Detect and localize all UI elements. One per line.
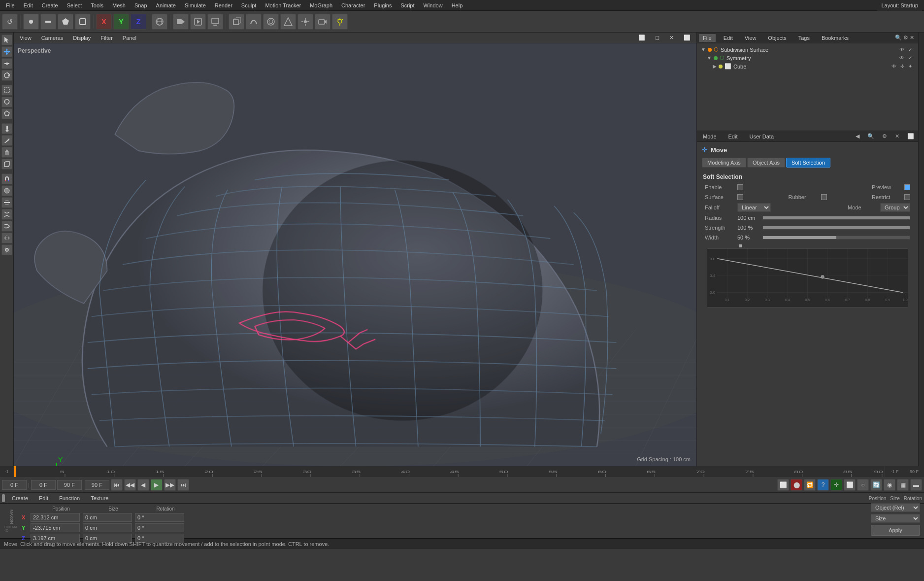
- menu-edit[interactable]: Edit: [20, 1, 37, 9]
- tool-grab[interactable]: [1, 244, 12, 255]
- symmetry-expand-icon[interactable]: ▼: [707, 55, 712, 61]
- bt-function[interactable]: Function: [55, 494, 84, 502]
- attr-tab-user-data[interactable]: User Data: [746, 133, 778, 140]
- y-rot-input[interactable]: [135, 523, 184, 532]
- tab-soft-selection[interactable]: Soft Selection: [786, 158, 830, 168]
- symmetry-vis-icon[interactable]: 👁: [899, 55, 904, 61]
- rotate-gizmo-button[interactable]: ○: [857, 479, 869, 491]
- scene-item-subdivision[interactable]: ▼ ⬡ Subdivision Surface 👁 ✓: [699, 45, 916, 54]
- x-rot-input[interactable]: [135, 513, 184, 522]
- tab-modeling-axis[interactable]: Modeling Axis: [702, 158, 746, 168]
- tool-lasso[interactable]: [1, 97, 12, 107]
- coord-mode-select[interactable]: Object (Rel) World (Abs): [871, 503, 920, 512]
- mode-object-button[interactable]: [75, 14, 91, 30]
- vp-tab-display[interactable]: Display: [69, 34, 95, 42]
- play-forward-button[interactable]: ▶▶: [164, 479, 176, 491]
- subdivision-vis-icon[interactable]: 👁: [899, 47, 904, 52]
- scene-tab-objects[interactable]: Objects: [764, 34, 790, 42]
- bottom-toolbar-handle[interactable]: [2, 494, 5, 502]
- tool-flatten[interactable]: [1, 197, 12, 208]
- attr-tab-mode[interactable]: Mode: [699, 133, 721, 140]
- mode-polygons-button[interactable]: [58, 14, 73, 30]
- vp-tab-filter[interactable]: Filter: [97, 34, 116, 42]
- record-button[interactable]: [173, 14, 189, 30]
- menu-window[interactable]: Window: [420, 1, 447, 9]
- vp-tab-cameras[interactable]: Cameras: [37, 34, 67, 42]
- render-button[interactable]: [190, 14, 206, 30]
- tool-pinch[interactable]: [1, 209, 12, 220]
- bt-texture[interactable]: Texture: [87, 494, 112, 502]
- tool-rotate[interactable]: [1, 70, 12, 81]
- attr-search-icon[interactable]: 🔍: [865, 133, 876, 139]
- menu-sculpt[interactable]: Sculpt: [237, 1, 261, 9]
- menu-simulate[interactable]: Simulate: [181, 1, 210, 9]
- obj-cube-button[interactable]: [229, 14, 244, 30]
- strength-slider[interactable]: [762, 226, 910, 230]
- layout-selector[interactable]: Layout: Startup: [877, 0, 922, 11]
- mode-edges-button[interactable]: [40, 14, 56, 30]
- obj-spline-button[interactable]: [246, 14, 262, 30]
- render-view-button[interactable]: [207, 14, 223, 30]
- menu-help[interactable]: Help: [448, 1, 467, 9]
- frame-end-input[interactable]: [57, 480, 82, 490]
- attr-nav-left[interactable]: ◀: [854, 133, 861, 139]
- scene-tab-tags[interactable]: Tags: [794, 34, 814, 42]
- y-axis-button[interactable]: Y: [113, 14, 129, 30]
- 3d-viewport[interactable]: X Y Z Perspective Grid Spacing : 100 cm: [14, 43, 696, 466]
- subdivision-expand-icon[interactable]: ▼: [701, 47, 706, 52]
- menu-plugins[interactable]: Plugins: [370, 1, 396, 9]
- play-back-button[interactable]: ◀: [137, 479, 149, 491]
- menu-tools[interactable]: Tools: [87, 1, 107, 9]
- move-gizmo-button[interactable]: ✛: [830, 479, 842, 491]
- light-button[interactable]: [332, 14, 348, 30]
- y-size-input[interactable]: [83, 523, 132, 532]
- cube-crosshair-icon[interactable]: ✛: [900, 64, 904, 69]
- x-axis-button[interactable]: X: [96, 14, 112, 30]
- bt-create[interactable]: Create: [8, 494, 32, 502]
- attr-close-icon[interactable]: ✕: [893, 133, 901, 139]
- timeline-btn[interactable]: ▬: [910, 479, 922, 491]
- scene-tab-file[interactable]: File: [699, 34, 716, 42]
- scene-tab-view[interactable]: View: [741, 34, 760, 42]
- vp-btn-close[interactable]: ✕: [665, 34, 678, 42]
- vp-tab-panel[interactable]: Panel: [119, 34, 140, 42]
- menu-animate[interactable]: Animate: [152, 1, 180, 9]
- vp-tab-view[interactable]: View: [16, 34, 35, 42]
- tool-bevel[interactable]: [1, 159, 12, 170]
- width-slider[interactable]: [762, 236, 910, 239]
- x-pos-input[interactable]: [31, 513, 80, 522]
- vp-btn-maximize[interactable]: ⬜: [680, 34, 694, 42]
- falloff-select[interactable]: Linear Smooth Sharp: [737, 203, 771, 212]
- tool-box-select[interactable]: [1, 85, 12, 96]
- current-frame-input[interactable]: [2, 480, 27, 490]
- scene-item-cube[interactable]: ▶ ⬜ Cube 👁 ✛ ✦: [699, 62, 916, 70]
- rubber-checkbox[interactable]: [821, 194, 827, 200]
- scene-settings-icon[interactable]: ⚙: [903, 34, 908, 41]
- scene-tab-bookmarks[interactable]: Bookmarks: [818, 34, 853, 42]
- mode-points-button[interactable]: [23, 14, 39, 30]
- tool-symmetry[interactable]: [1, 233, 12, 243]
- tool-scale[interactable]: [1, 58, 12, 69]
- tool-poly-select[interactable]: [1, 108, 12, 119]
- attr-expand-icon[interactable]: ⬜: [905, 133, 916, 139]
- preview-checkbox[interactable]: [904, 184, 910, 190]
- cube-vis-icon[interactable]: 👁: [891, 64, 896, 69]
- undo-button[interactable]: ↺: [2, 14, 18, 30]
- scene-tab-edit[interactable]: Edit: [720, 34, 737, 42]
- scene-close-icon[interactable]: ✕: [910, 34, 914, 41]
- bt-edit[interactable]: Edit: [35, 494, 52, 502]
- go-end-button[interactable]: ⏭: [177, 479, 189, 491]
- menu-snap[interactable]: Snap: [131, 1, 151, 9]
- menu-motion-tracker[interactable]: Motion Tracker: [261, 1, 305, 9]
- menu-character[interactable]: Character: [337, 1, 369, 9]
- tool-twist[interactable]: [1, 221, 12, 232]
- scene-search-icon[interactable]: 🔍: [895, 34, 902, 41]
- z-axis-button[interactable]: Z: [131, 14, 146, 30]
- tool-extrude[interactable]: [1, 147, 12, 158]
- cube-tag-icon[interactable]: ✦: [908, 64, 912, 69]
- tool-paint[interactable]: [1, 123, 12, 134]
- x-size-input[interactable]: [83, 513, 132, 522]
- world-button[interactable]: [152, 14, 167, 30]
- camera-button[interactable]: [315, 14, 330, 30]
- tab-object-axis[interactable]: Object Axis: [747, 158, 785, 168]
